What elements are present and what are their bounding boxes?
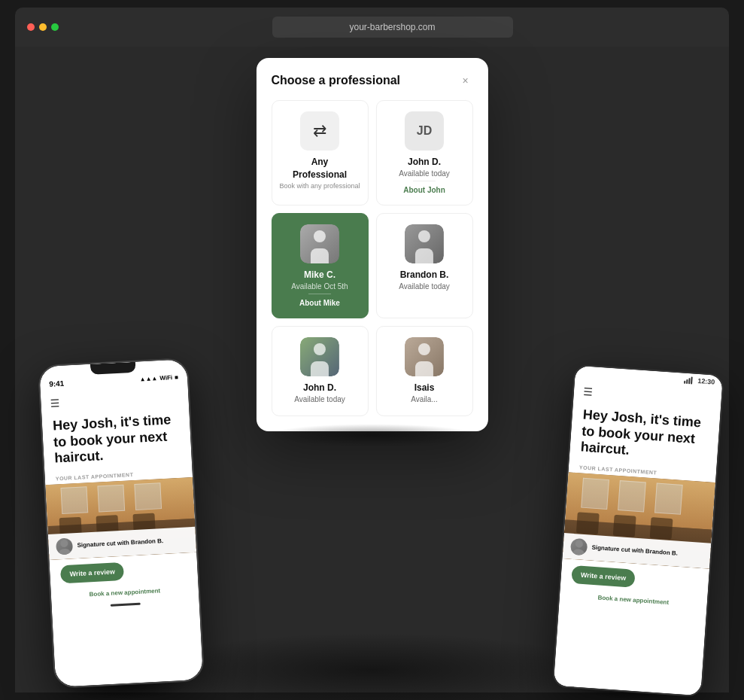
android-phone-headline: Hey Josh, it's time to book your next ha… <box>569 403 720 474</box>
browser-window-controls <box>27 23 59 31</box>
time-display: 9:41 <box>49 379 65 388</box>
pro-card-mike-c[interactable]: Mike C. Available Oct 5th About Mike <box>271 213 368 318</box>
phone-right: 12:30 ☰ Hey Josh, it's time to book your… <box>552 364 725 698</box>
isais-silhouette <box>405 337 444 376</box>
john-d2-photo <box>300 337 339 376</box>
avatar-silhouette <box>56 537 73 555</box>
maximize-dot[interactable] <box>51 23 59 31</box>
svg-point-0 <box>60 539 68 547</box>
john-d-initials: JD <box>417 124 432 138</box>
pro-card-john-d[interactable]: JD John D. Available today About John <box>376 100 473 205</box>
pro-card-john-d2[interactable]: John D. Available today <box>271 326 368 416</box>
shuffle-icon: ⇄ <box>313 121 326 141</box>
appointment-image: Signature cut with Brandon B. <box>45 477 196 560</box>
isais-body <box>415 361 433 376</box>
pro-card-any[interactable]: ⇄ Any Professional Book with any profess… <box>271 100 368 205</box>
pro-divider-mike-c <box>308 294 331 294</box>
brandon-body <box>415 248 433 263</box>
android-appointment-text: Signature cut with Brandon B. <box>591 543 678 557</box>
browser-chrome: your-barbershop.com <box>15 8 729 47</box>
android-write-review-button[interactable]: Write a review <box>571 565 636 588</box>
pro-availability-brandon-b: Available today <box>384 282 465 291</box>
mike-silhouette <box>300 224 339 263</box>
john2-body <box>311 361 329 376</box>
modal-header: Choose a professional × <box>271 73 472 88</box>
close-dot[interactable] <box>27 23 35 31</box>
pro-name-mike-c: Mike C. <box>279 269 360 280</box>
hamburger-icon: ☰ <box>50 397 60 409</box>
pro-divider-john-d <box>413 181 436 181</box>
android-appointment-image: Signature cut with Brandon B. <box>562 472 715 568</box>
brandon-head <box>418 230 430 242</box>
phone-screen-content: 9:41 ▲▲▲ WiFi ■ ☰ Hey Josh, it's time to… <box>39 359 203 687</box>
phone-right-screen: 12:30 ☰ Hey Josh, it's time to book your… <box>554 366 723 696</box>
pro-name-any: Any <box>279 157 360 167</box>
about-john-link[interactable]: About John <box>384 186 465 194</box>
minimize-dot[interactable] <box>39 23 47 31</box>
pro-name-john-d2: John D. <box>279 382 360 393</box>
write-review-button[interactable]: Write a review <box>60 562 125 583</box>
status-icons: ▲▲▲ WiFi ■ <box>139 374 178 383</box>
book-appointment-link[interactable]: Book a new appointment <box>51 583 199 604</box>
url-bar[interactable]: your-barbershop.com <box>272 17 513 38</box>
battery-icon: ■ <box>175 374 178 381</box>
signal-bars <box>684 376 693 385</box>
barber-mirror-3 <box>134 482 162 510</box>
appointment-text: Signature cut with Brandon B. <box>77 537 163 549</box>
svg-point-3 <box>572 549 585 555</box>
signal-bar-4 <box>691 376 693 384</box>
modal-wrapper: Choose a professional × ⇄ Any Profession… <box>256 58 487 431</box>
pro-card-brandon-b[interactable]: Brandon B. Available today <box>376 213 473 318</box>
home-indicator <box>111 603 141 607</box>
android-chair-2 <box>612 514 636 537</box>
pro-name-isais: Isais <box>384 382 465 393</box>
isais-photo <box>405 337 444 376</box>
pro-availability-mike-c: Available Oct 5th <box>279 282 360 291</box>
pro-name-any2: Professional <box>279 169 360 180</box>
john2-head <box>314 343 326 355</box>
any-professional-avatar: ⇄ <box>300 111 339 151</box>
mike-c-photo <box>300 224 339 263</box>
android-appointment-avatar <box>570 538 588 555</box>
pro-card-isais[interactable]: Isais Availa... <box>376 326 473 416</box>
about-mike-link[interactable]: About Mike <box>279 299 360 307</box>
pro-availability-john-d2: Available today <box>279 395 360 403</box>
pro-availability-isais: Availa... <box>384 395 465 403</box>
wifi-icon: WiFi <box>159 374 172 382</box>
scene: 9:41 ▲▲▲ WiFi ■ ☰ Hey Josh, it's time to… <box>15 47 729 692</box>
pro-availability-john-d: Available today <box>384 169 465 178</box>
android-mirror-2 <box>618 480 646 513</box>
phone-left-screen: 9:41 ▲▲▲ WiFi ■ ☰ Hey Josh, it's time to… <box>39 359 203 687</box>
android-hamburger-icon: ☰ <box>582 385 593 398</box>
brandon-silhouette <box>405 224 444 263</box>
android-book-appointment-link[interactable]: Book a new appointment <box>559 589 707 613</box>
modal-close-button[interactable]: × <box>458 73 473 88</box>
choose-professional-modal: Choose a professional × ⇄ Any Profession… <box>256 58 487 431</box>
phone-headline: Hey Josh, it's time to book your next ha… <box>41 408 192 476</box>
signal-bar-1 <box>684 381 685 384</box>
mike-body <box>311 248 329 263</box>
pro-description-any: Book with any professional <box>279 182 360 190</box>
android-avatar-silhouette <box>570 538 588 555</box>
barber-mirror-2 <box>97 485 125 513</box>
android-time: 12:30 <box>697 377 715 386</box>
john2-silhouette <box>300 337 339 376</box>
professionals-grid: ⇄ Any Professional Book with any profess… <box>271 100 472 416</box>
android-chair-1 <box>576 512 600 535</box>
svg-point-1 <box>59 548 71 555</box>
appointment-avatar <box>56 537 73 555</box>
brandon-b-photo <box>405 224 444 263</box>
mike-head <box>314 230 326 242</box>
isais-head <box>418 343 430 355</box>
john-d-avatar: JD <box>405 111 444 151</box>
android-mirror-3 <box>654 482 683 515</box>
svg-point-2 <box>575 540 584 548</box>
android-chair-3 <box>649 517 673 540</box>
phone-right-screen-content: 12:30 ☰ Hey Josh, it's time to book your… <box>554 366 723 696</box>
pro-name-brandon-b: Brandon B. <box>384 269 465 280</box>
barber-mirror-1 <box>60 486 88 514</box>
modal-title: Choose a professional <box>271 74 400 87</box>
signal-icon: ▲▲▲ <box>139 375 157 382</box>
brandon-b-avatar <box>405 224 444 263</box>
isais-avatar <box>405 337 444 376</box>
